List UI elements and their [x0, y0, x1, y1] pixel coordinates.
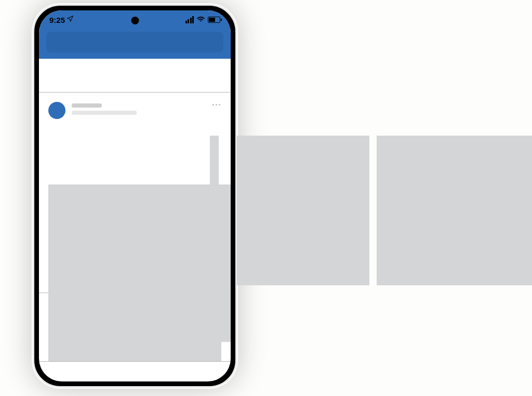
- feed-scroll[interactable]: [39, 59, 231, 381]
- app-header: 9:25: [39, 10, 231, 59]
- feed-post: [39, 93, 231, 293]
- phone-screen: 9:25: [39, 10, 231, 381]
- phone-frame: 9:25: [33, 4, 237, 388]
- carousel-pane-3[interactable]: [377, 136, 532, 285]
- location-arrow-icon: [66, 15, 74, 24]
- carousel-pane-1[interactable]: [48, 184, 231, 342]
- avatar[interactable]: [48, 102, 65, 119]
- carousel-pane-2[interactable]: [219, 136, 369, 285]
- front-camera-icon: [131, 17, 139, 24]
- post-header: [39, 93, 231, 126]
- battery-icon: [208, 17, 220, 23]
- cell-signal-icon: [185, 16, 194, 23]
- status-right: [185, 15, 221, 25]
- wifi-icon: [197, 15, 205, 25]
- more-options-icon[interactable]: [212, 104, 220, 105]
- search-input[interactable]: [46, 32, 223, 52]
- header-spacer: [39, 59, 231, 93]
- status-left: 9:25: [49, 15, 74, 24]
- clock-label: 9:25: [49, 16, 65, 24]
- post-title-skeleton: [72, 103, 137, 118]
